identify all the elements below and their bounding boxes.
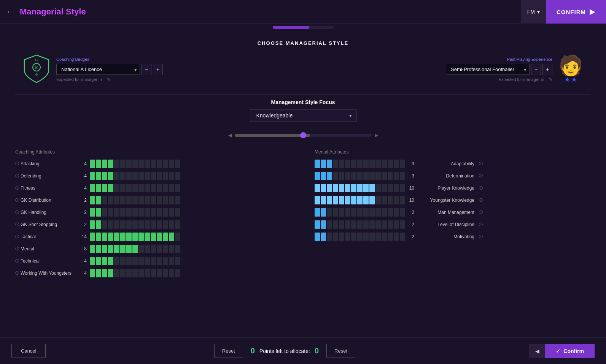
info-icon-youngsters[interactable]: ⓘ [15, 271, 19, 276]
experience-edit-icon[interactable]: ✎ [549, 77, 552, 82]
table-row: ⓘ GK Distribution 2 [15, 195, 291, 206]
slider-left-arrow[interactable]: ◀ [228, 133, 232, 138]
coaching-badge-icon: ✕ ⊙ ⊙ [23, 54, 50, 85]
attr-name-technical: Technical [21, 258, 78, 264]
coaching-badge-label: Coaching Badges [56, 57, 163, 62]
nav-back-button[interactable]: ◀ [530, 344, 545, 358]
attr-name-defending: Defending [21, 173, 78, 179]
attr-name-tactical: Tactical [21, 234, 78, 239]
reset-right-button[interactable]: Reset [326, 344, 355, 358]
info-icon-youngster-knowledge[interactable]: ⓘ [479, 198, 483, 203]
confirm-button[interactable]: ✓ Confirm [545, 344, 595, 358]
info-icon-level-of-discipline[interactable]: ⓘ [479, 222, 483, 227]
page-title: Managerial Style [20, 7, 86, 17]
bar-gk-handling [90, 208, 180, 217]
info-icon-man-management[interactable]: ⓘ [479, 210, 483, 215]
table-row: ⓘ Defending 4 [15, 171, 291, 181]
experience-minus-button[interactable]: − [531, 64, 541, 75]
coaching-plus-button[interactable]: + [153, 64, 163, 75]
attr-value-motivating: 2 [405, 234, 414, 239]
table-row: ⓘ Adaptability 3 [315, 158, 591, 169]
badges-row: ✕ ⊙ ⊙ Coaching Badges National A Licence… [15, 54, 591, 85]
attr-name-man-management: Man Management [417, 210, 474, 215]
info-icon-mental[interactable]: ⓘ [15, 246, 19, 252]
info-icon-gk-dist[interactable]: ⓘ [15, 198, 19, 203]
experience-dropdown-wrap: Semi-Professional Footballer Professiona… [446, 64, 530, 75]
svg-text:✕: ✕ [34, 65, 38, 71]
info-icon-fitness[interactable]: ⓘ [15, 185, 19, 191]
experience-controls: Past Playing Experience Semi-Professiona… [446, 57, 552, 82]
info-icon-determination[interactable]: ⓘ [479, 173, 483, 179]
attr-value-player-knowledge: 10 [405, 185, 414, 191]
mental-attributes-section: Mental Attributes ⓘ Adaptability 3 ⓘ Det… [315, 149, 591, 280]
info-icon-defending[interactable]: ⓘ [15, 173, 19, 179]
fm-menu-button[interactable]: FM ▾ [521, 0, 546, 24]
table-row: ⓘ Attacking 4 [15, 158, 291, 169]
coaching-edit-icon[interactable]: ✎ [107, 77, 110, 82]
info-icon-technical[interactable]: ⓘ [15, 258, 19, 264]
style-dropdown-wrap: Knowledgeable Motivator Disciplinarian M… [250, 109, 356, 122]
confirm-check-icon: ✓ [556, 348, 560, 354]
header-right-area: FM ▾ CONFIRM ▶ [521, 0, 606, 24]
style-focus-label: Management Style Focus [15, 99, 591, 105]
confirm-header-button[interactable]: CONFIRM ▶ [546, 0, 606, 24]
table-row: ⓘ Fitness 4 [15, 183, 291, 193]
slider-container: ◀ ▶ [15, 133, 591, 138]
table-row: ⓘ Determination 3 [315, 171, 591, 181]
attr-value-adaptability: 3 [405, 161, 414, 166]
bar-adaptability [315, 160, 405, 168]
info-icon-attacking[interactable]: ⓘ [15, 161, 19, 166]
table-row: ⓘ Level of Discipline 2 [315, 219, 591, 230]
attr-value-youngster-knowledge: 10 [405, 198, 414, 203]
attr-name-youngster-knowledge: Youngster Knowledge [417, 198, 474, 203]
experience-section: Past Playing Experience Semi-Professiona… [446, 55, 583, 84]
table-row: ⓘ Technical 4 [15, 256, 291, 266]
info-icon-gk-shot[interactable]: ⓘ [15, 222, 19, 227]
info-icon-tactical[interactable]: ⓘ [15, 234, 19, 239]
points-left-label: Points left to allocate: [259, 348, 310, 354]
bar-defending [90, 172, 180, 180]
bar-mental [90, 245, 180, 253]
attr-value-gk-handling: 2 [78, 210, 87, 215]
attr-name-motivating: Motivating [417, 234, 474, 239]
coaching-badge-select[interactable]: National A Licence UEFA Pro Licence UEFA… [56, 64, 140, 75]
bar-tactical [90, 233, 180, 241]
info-icon-adaptability[interactable]: ⓘ [479, 161, 483, 166]
slider-thumb[interactable] [300, 132, 306, 138]
bar-gk-shot-stopping [90, 220, 180, 229]
coaching-expected-text: Expected for manager in - ✎ [56, 77, 163, 82]
attr-name-gk-handling: GK Handling [21, 210, 78, 215]
reset-left-button[interactable]: Reset [214, 344, 243, 358]
slider-right-arrow[interactable]: ▶ [375, 133, 378, 138]
coaching-dropdown-group: National A Licence UEFA Pro Licence UEFA… [56, 64, 163, 75]
bar-technical [90, 257, 180, 265]
coaching-badge-controls: Coaching Badges National A Licence UEFA … [56, 57, 163, 82]
table-row: ⓘ Motivating 2 [315, 231, 591, 242]
back-button[interactable]: ← [6, 7, 14, 16]
bar-working-with-youngsters [90, 269, 180, 277]
points-left-value: 0 [251, 347, 255, 355]
experience-plus-button[interactable]: + [542, 64, 552, 75]
experience-expected-text: Expected for manager in - ✎ [446, 77, 552, 82]
points-section: 0 Points left to allocate: 0 [251, 347, 319, 355]
attr-value-gk-shot-stopping: 2 [78, 222, 87, 227]
style-focus-select[interactable]: Knowledgeable Motivator Disciplinarian M… [250, 109, 356, 122]
info-icon-motivating[interactable]: ⓘ [479, 234, 483, 239]
bar-level-of-discipline [315, 220, 405, 229]
table-row: ⓘ Youngster Knowledge 10 [315, 195, 591, 206]
info-icon-player-knowledge[interactable]: ⓘ [479, 185, 483, 191]
experience-select[interactable]: Semi-Professional Footballer Professiona… [446, 64, 530, 75]
coaching-minus-button[interactable]: − [142, 64, 151, 75]
info-icon-gk-handling[interactable]: ⓘ [15, 210, 19, 215]
cancel-button[interactable]: Cancel [11, 344, 46, 358]
attr-name-working-with-youngsters: Working With Youngsters [21, 271, 78, 276]
progress-bar-fill [273, 26, 309, 29]
attr-name-mental: Mental [21, 246, 78, 252]
header: ← Managerial Style FM ▾ CONFIRM ▶ [0, 0, 606, 24]
attr-value-fitness: 4 [78, 185, 87, 191]
attr-value-man-management: 2 [405, 210, 414, 215]
bottom-bar: Cancel Reset 0 Points left to allocate: … [0, 337, 606, 364]
slider-track[interactable] [235, 134, 372, 137]
bar-player-knowledge [315, 184, 405, 192]
attr-value-tactical: 14 [78, 234, 87, 239]
